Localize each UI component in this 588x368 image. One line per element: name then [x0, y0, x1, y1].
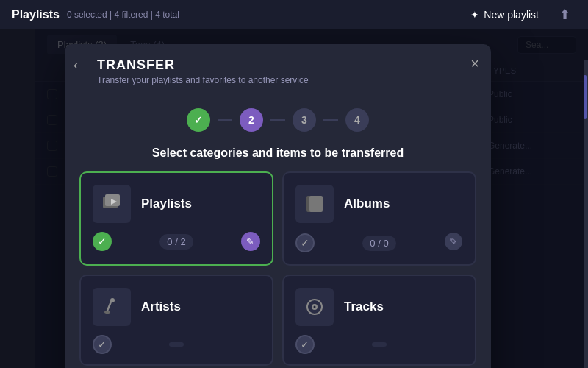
category-card-artists[interactable]: Artists ✓ — [79, 275, 273, 366]
stepper: ✓ 2 3 4 — [65, 96, 491, 139]
artists-label: Artists — [141, 300, 181, 314]
transfer-modal: ‹ TRANSFER Transfer your playlists and f… — [65, 44, 491, 368]
category-card-playlists[interactable]: Playlists ✓ 0 / 2 ✎ — [79, 171, 273, 266]
tracks-icon — [295, 288, 334, 326]
card-top-artists: Artists — [93, 288, 260, 326]
new-playlist-label: New playlist — [484, 9, 539, 21]
modal-header: ‹ TRANSFER Transfer your playlists and f… — [65, 44, 491, 96]
step-2: 2 — [240, 108, 263, 132]
svg-text:✎: ✎ — [449, 236, 458, 247]
card-top-playlists: Playlists — [93, 185, 260, 223]
playlists-check: ✓ — [93, 232, 112, 251]
topbar-subtitle: 0 selected | 4 filtered | 4 total — [67, 10, 179, 20]
topbar-left: Playlists 0 selected | 4 filtered | 4 to… — [12, 8, 179, 21]
content-area: Playlists (2) Tags (4) Creator Types You… — [35, 29, 588, 368]
section-title: Select categories and items to be transf… — [79, 146, 476, 160]
edit-icon: ✎ — [246, 236, 254, 247]
tracks-check: ✓ — [295, 335, 315, 354]
tracks-label: Tracks — [344, 300, 384, 314]
playlists-count: 0 / 2 — [159, 234, 193, 250]
scrollbar-track — [584, 60, 588, 368]
card-top-albums: Albums — [295, 185, 463, 223]
artists-icon — [93, 288, 131, 326]
card-bottom-artists: ✓ — [93, 335, 260, 354]
topbar-right: ✦ New playlist ⬆ — [463, 4, 576, 26]
playlists-edit-button[interactable]: ✎ — [241, 232, 260, 251]
albums-check: ✓ — [295, 233, 315, 252]
category-card-tracks[interactable]: Tracks ✓ — [282, 275, 476, 366]
card-bottom-tracks: ✓ — [295, 335, 463, 354]
back-icon: ‹ — [74, 57, 78, 72]
step-4: 4 — [345, 108, 369, 132]
card-bottom-albums: ✓ 0 / 0 ✎ — [295, 232, 463, 254]
modal-close-button[interactable]: × — [470, 56, 479, 71]
upload-button[interactable]: ⬆ — [553, 4, 576, 26]
modal-title: TRANSFER — [97, 57, 476, 73]
albums-label: Albums — [344, 197, 390, 211]
modal-backdrop: ‹ TRANSFER Transfer your playlists and f… — [35, 29, 588, 368]
close-icon: × — [470, 55, 479, 71]
card-top-tracks: Tracks — [295, 288, 463, 326]
sidebar-strip — [0, 29, 35, 368]
playlists-label: Playlists — [141, 197, 192, 211]
step-1: ✓ — [187, 108, 210, 132]
modal-back-button[interactable]: ‹ — [74, 57, 78, 73]
main-content: Playlists (2) Tags (4) Creator Types You… — [0, 29, 588, 368]
category-grid: Playlists ✓ 0 / 2 ✎ — [79, 171, 476, 366]
svg-point-9 — [110, 298, 115, 302]
new-playlist-button[interactable]: ✦ New playlist — [463, 4, 546, 25]
step-line-2 — [270, 119, 285, 121]
topbar-title: Playlists — [12, 8, 60, 21]
svg-point-12 — [314, 306, 316, 308]
step-line-1 — [218, 119, 232, 121]
albums-count: 0 / 0 — [362, 236, 395, 251]
topbar: Playlists 0 selected | 4 filtered | 4 to… — [0, 0, 588, 29]
svg-rect-4 — [309, 196, 323, 212]
upload-icon: ⬆ — [559, 7, 570, 22]
modal-body: Select categories and items to be transf… — [65, 139, 491, 368]
scrollbar-thumb[interactable] — [584, 75, 587, 119]
plus-icon: ✦ — [470, 9, 479, 21]
artists-check: ✓ — [93, 335, 112, 354]
artists-count — [169, 342, 184, 347]
albums-icon — [295, 185, 334, 223]
step-3: 3 — [293, 108, 316, 132]
step-line-3 — [323, 119, 338, 121]
card-bottom-playlists: ✓ 0 / 2 ✎ — [93, 232, 260, 251]
playlists-icon — [93, 185, 131, 223]
albums-edit-placeholder: ✎ — [444, 232, 463, 254]
modal-subtitle: Transfer your playlists and favorites to… — [97, 75, 476, 85]
tracks-count — [372, 342, 387, 347]
svg-line-8 — [107, 302, 111, 311]
category-card-albums[interactable]: Albums ✓ 0 / 0 ✎ — [282, 171, 476, 266]
